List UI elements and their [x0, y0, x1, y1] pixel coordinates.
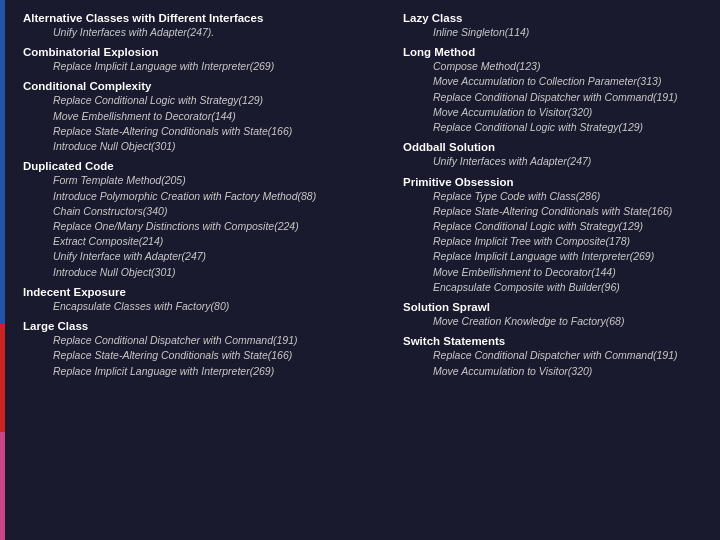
section-title-switch: Switch Statements — [403, 335, 705, 347]
section-item: Introduce Null Object(301) — [23, 139, 383, 154]
section-item: Replace State-Altering Conditionals with… — [23, 348, 383, 363]
section-title-primitive: Primitive Obsession — [403, 176, 705, 188]
section-title-combinatorial: Combinatorial Explosion — [23, 46, 383, 58]
section-item: Replace Conditional Logic with Strategy(… — [23, 93, 383, 108]
section-item: Introduce Polymorphic Creation with Fact… — [23, 189, 383, 204]
bar-blue — [0, 0, 5, 324]
section-item: Move Accumulation to Visitor(320) — [403, 364, 705, 379]
accent-bar — [0, 0, 5, 540]
section-item: Introduce Null Object(301) — [23, 265, 383, 280]
bar-red — [0, 324, 5, 432]
section-item: Move Embellishment to Decorator(144) — [403, 265, 705, 280]
section-item: Move Accumulation to Visitor(320) — [403, 105, 705, 120]
section-item: Replace One/Many Distinctions with Compo… — [23, 219, 383, 234]
section-item: Chain Constructors(340) — [23, 204, 383, 219]
right-column: Lazy ClassInline Singleton(114)Long Meth… — [403, 10, 705, 379]
section-title-indecent: Indecent Exposure — [23, 286, 383, 298]
section-item: Move Embellishment to Decorator(144) — [23, 109, 383, 124]
section-item: Replace Type Code with Class(286) — [403, 189, 705, 204]
section-item: Encapsulate Composite with Builder(96) — [403, 280, 705, 295]
section-title-oddball: Oddball Solution — [403, 141, 705, 153]
section-item: Replace Conditional Logic with Strategy(… — [403, 219, 705, 234]
section-item: Replace Conditional Logic with Strategy(… — [403, 120, 705, 135]
section-item: Replace State-Altering Conditionals with… — [23, 124, 383, 139]
section-item: Move Accumulation to Collection Paramete… — [403, 74, 705, 89]
content-area: Alternative Classes with Different Inter… — [23, 10, 705, 379]
section-item: Replace Conditional Dispatcher with Comm… — [403, 348, 705, 363]
section-item: Compose Method(123) — [403, 59, 705, 74]
section-item: Encapsulate Classes with Factory(80) — [23, 299, 383, 314]
section-item: Unify Interfaces with Adapter(247). — [23, 25, 383, 40]
section-title-conditional: Conditional Complexity — [23, 80, 383, 92]
section-item: Replace Implicit Language with Interpret… — [23, 364, 383, 379]
section-title-duplicated: Duplicated Code — [23, 160, 383, 172]
section-item: Replace Conditional Dispatcher with Comm… — [23, 333, 383, 348]
section-item: Move Creation Knowledge to Factory(68) — [403, 314, 705, 329]
section-item: Replace Implicit Language with Interpret… — [23, 59, 383, 74]
section-item: Inline Singleton(114) — [403, 25, 705, 40]
section-item: Replace Implicit Language with Interpret… — [403, 249, 705, 264]
section-title-solution-sprawl: Solution Sprawl — [403, 301, 705, 313]
section-item: Replace State-Altering Conditionals with… — [403, 204, 705, 219]
section-item: Unify Interfaces with Adapter(247) — [403, 154, 705, 169]
section-title-long-method: Long Method — [403, 46, 705, 58]
section-title-lazy-class: Lazy Class — [403, 12, 705, 24]
section-item: Form Template Method(205) — [23, 173, 383, 188]
section-item: Replace Implicit Tree with Composite(178… — [403, 234, 705, 249]
bar-pink — [0, 432, 5, 540]
section-item: Unify Interface with Adapter(247) — [23, 249, 383, 264]
section-item: Replace Conditional Dispatcher with Comm… — [403, 90, 705, 105]
section-title-alt-classes: Alternative Classes with Different Inter… — [23, 12, 383, 24]
section-title-large-class: Large Class — [23, 320, 383, 332]
left-column: Alternative Classes with Different Inter… — [23, 10, 383, 379]
section-item: Extract Composite(214) — [23, 234, 383, 249]
